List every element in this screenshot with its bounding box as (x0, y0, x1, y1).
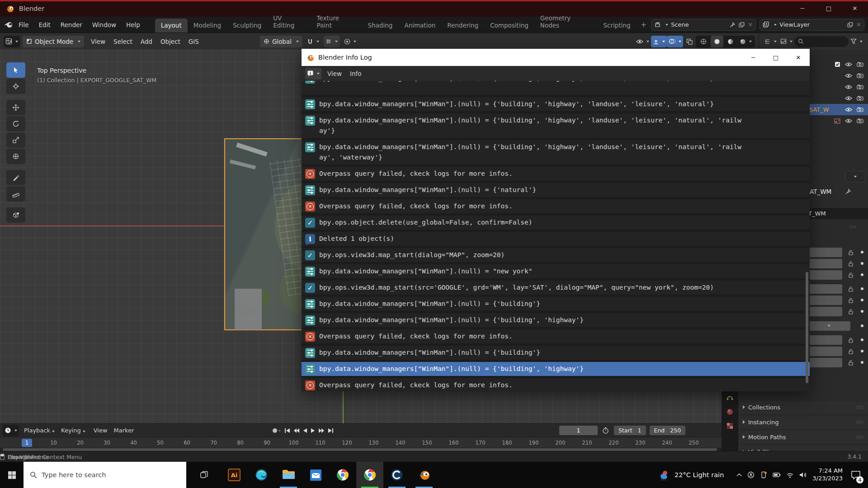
weather-icon[interactable] (658, 469, 669, 480)
end-frame-field[interactable]: End250 (650, 426, 686, 435)
tool-scale[interactable] (6, 132, 25, 148)
action-center-button[interactable]: 4 (848, 462, 863, 488)
log-row[interactable]: Overpass query failed, ckeck logs for mo… (302, 329, 810, 343)
animate-dot[interactable] (861, 324, 863, 327)
jump-to-start-button[interactable] (284, 428, 290, 433)
log-row[interactable]: bpy.data.window_managers["WinMan"].(null… (302, 313, 810, 327)
unlink-scene-icon[interactable]: ✕ (748, 21, 753, 28)
overlays-toggle[interactable] (667, 36, 683, 47)
tray-expand-chevron-icon[interactable] (736, 473, 742, 477)
viewport-menu-item[interactable]: GIS (184, 38, 203, 45)
taskbar-app-edge[interactable] (248, 462, 275, 488)
log-row[interactable]: Deleted 1 object(s) (302, 232, 810, 246)
log-row[interactable]: bpy.data.window_managers["WinMan"].(null… (302, 264, 810, 278)
timeline-menu-item[interactable]: View (90, 427, 111, 434)
os-maximize-button[interactable]: □ (816, 0, 842, 17)
info-log-close-button[interactable]: ✕ (787, 49, 810, 66)
hide-eye-icon[interactable] (845, 118, 852, 123)
timeline-editor-type-button[interactable] (3, 425, 19, 436)
viewlayer-selector[interactable]: ViewLayer ✕ (760, 19, 864, 31)
panel-grip[interactable]: ∷∷ (856, 419, 863, 425)
workspace-tab[interactable]: Modeling (188, 19, 227, 33)
tray-network-icon[interactable] (786, 472, 794, 478)
log-row[interactable]: bpy.data.window_managers["WinMan"].(null… (302, 183, 810, 197)
tool-transform[interactable] (6, 149, 25, 164)
shading-rendered-button[interactable] (738, 36, 754, 47)
workspace-tab[interactable]: Compositing (484, 19, 534, 33)
tray-people-icon[interactable] (747, 471, 755, 479)
topbar-menu-item[interactable]: Render (56, 21, 87, 28)
taskbar-clock[interactable]: 7:24 AM 3/23/2023 (812, 467, 843, 483)
animate-dot[interactable] (861, 361, 863, 364)
camera-visibility-icon[interactable] (857, 62, 863, 67)
timeline-menu-item[interactable]: Marker (111, 427, 137, 434)
topbar-menu-item[interactable]: Edit (34, 21, 56, 28)
animate-dot[interactable] (861, 262, 863, 265)
lock-icon[interactable] (848, 249, 854, 255)
workspace-tab[interactable]: UV Editing (267, 11, 311, 33)
taskbar-search[interactable]: Type here to search (24, 462, 186, 488)
new-viewlayer-icon[interactable] (847, 22, 854, 28)
pin-icon[interactable] (845, 188, 851, 195)
viewport-menu-item[interactable]: Add (137, 38, 156, 45)
log-row[interactable]: Overpass query failed, ckeck logs for mo… (302, 167, 810, 181)
tool-select-box[interactable] (6, 62, 25, 78)
properties-section-instancing[interactable]: Instancing∷∷ (738, 415, 868, 429)
previous-keyframe-button[interactable] (293, 428, 300, 433)
info-log-list[interactable]: bpy.data.window_managers["WinMan"].(null… (302, 81, 810, 391)
tool-rotate[interactable] (6, 116, 25, 131)
tool-annotate[interactable] (6, 170, 25, 185)
frame-tick[interactable]: 220 (600, 440, 627, 446)
lock-icon[interactable] (848, 261, 854, 267)
workspace-tab[interactable]: Sculpting (227, 19, 267, 33)
taskbar-app-c[interactable] (383, 462, 410, 488)
info-log-minimize-button[interactable]: ─ (742, 49, 764, 66)
frame-tick[interactable]: 100 (280, 440, 307, 446)
task-view-button[interactable] (193, 462, 216, 488)
hide-eye-icon[interactable] (845, 96, 852, 101)
info-editor-type-button[interactable]: i (305, 68, 321, 80)
animate-dot[interactable] (861, 251, 863, 253)
info-log-titlebar[interactable]: Blender Info Log ─ □ ✕ (302, 49, 810, 66)
panel-grip[interactable]: ∷∷ (856, 404, 863, 410)
camera-visibility-icon[interactable] (857, 84, 863, 89)
taskbar-app-chrome[interactable] (329, 462, 356, 488)
frame-tick[interactable]: 110 (307, 440, 334, 446)
remove-viewlayer-icon[interactable]: ✕ (856, 21, 861, 28)
viewport-menu-item[interactable]: Object (156, 38, 184, 45)
checkbox-icon[interactable] (835, 61, 840, 67)
workspace-tab[interactable]: Texture Paint (311, 11, 362, 33)
start-button[interactable] (0, 462, 24, 488)
log-row[interactable]: bpy.ops.view3d.map_start(src='GOOGLE', g… (302, 281, 810, 295)
panel-grip[interactable]: ∷∷ (849, 224, 857, 230)
animate-dot[interactable] (861, 273, 863, 276)
log-row[interactable]: bpy.ops.object.delete(use_global=False, … (302, 216, 810, 230)
pin-icon[interactable] (729, 22, 736, 28)
tab-modifiers-icon[interactable] (726, 394, 734, 402)
outliner-image-dropdown[interactable] (778, 36, 794, 47)
camera-visibility-icon[interactable] (857, 118, 863, 123)
frame-tick[interactable]: 210 (574, 440, 600, 446)
tab-material-icon[interactable] (726, 408, 734, 416)
record-button[interactable] (271, 427, 281, 434)
camera-visibility-icon[interactable] (857, 73, 863, 78)
frame-tick[interactable]: 80 (227, 440, 254, 446)
os-minimize-button[interactable]: ─ (789, 0, 816, 17)
next-keyframe-button[interactable] (318, 428, 325, 433)
tab-texture-icon[interactable] (726, 422, 734, 430)
frame-tick[interactable]: 40 (120, 440, 147, 446)
timeline-ruler[interactable]: 1102030405060708090100110120130140150160… (0, 437, 722, 448)
lock-icon[interactable] (848, 360, 854, 366)
taskbar-app-blender[interactable] (410, 462, 438, 488)
tray-phone-icon[interactable] (760, 471, 767, 479)
log-row[interactable]: bpy.data.window_managers["WinMan"].(null… (302, 362, 810, 376)
lock-icon[interactable] (848, 272, 854, 278)
start-frame-field[interactable]: Start1 (614, 426, 646, 435)
current-frame-field[interactable]: 1 (559, 426, 598, 435)
workspace-tab[interactable]: Layout (155, 19, 188, 33)
log-row[interactable]: bpy.ops.view3d.map_start(dialog="MAP", z… (302, 248, 810, 262)
info-log-maximize-button[interactable]: □ (764, 49, 787, 66)
properties-breadcrumb-dropdown[interactable] (845, 171, 866, 183)
blender-app-menu-icon[interactable] (4, 21, 14, 28)
taskbar-app-chrome-active[interactable] (356, 462, 383, 488)
